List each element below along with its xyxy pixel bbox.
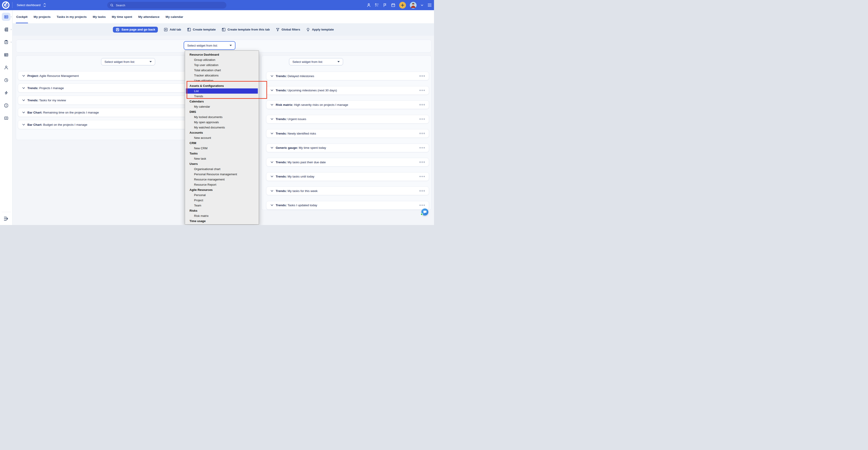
flag-icon[interactable]	[383, 3, 387, 7]
widget-menu-option[interactable]: Project	[185, 198, 259, 203]
widget-menu-option[interactable]: Organisational chart	[185, 166, 259, 172]
widget-menu-dots-icon[interactable]	[420, 90, 425, 91]
tab[interactable]: My time spent	[112, 10, 132, 23]
sidebar-item-widgets[interactable]	[0, 50, 12, 59]
chevron-down-icon[interactable]	[22, 124, 25, 126]
sidebar-expand-chevron[interactable]: ›	[11, 15, 11, 18]
sidebar-item-activity[interactable]	[0, 88, 12, 97]
widget-menu-option[interactable]: New task	[185, 156, 259, 161]
sidebar-expand-chevron[interactable]: ›	[11, 28, 11, 31]
tab[interactable]: My tasks	[93, 10, 105, 23]
sidebar-item-tasks[interactable]: ›	[0, 37, 12, 46]
calendar-icon[interactable]	[391, 3, 395, 7]
global-filters-button[interactable]: Global filters	[276, 28, 300, 32]
widget-card[interactable]: Trends: Projects I manage	[18, 84, 188, 93]
chat-launcher[interactable]	[421, 208, 428, 216]
chevron-down-icon[interactable]	[271, 161, 273, 163]
create-template-from-tab-button[interactable]: Create template from this tab	[222, 28, 270, 32]
widget-card[interactable]: Trends: Newly identified risks	[266, 129, 429, 138]
widget-menu-option[interactable]: New CRM	[185, 146, 259, 151]
widget-menu-dots-icon[interactable]	[420, 104, 425, 105]
widget-menu-option[interactable]: Users	[185, 161, 259, 166]
widget-menu-dots-icon[interactable]	[420, 176, 425, 177]
widget-menu-option[interactable]: Personal Resource management	[185, 172, 259, 177]
widget-card[interactable]: Trends: Delayed milestones	[266, 72, 429, 80]
widget-card[interactable]: Project: Agile Resource Management	[18, 71, 188, 80]
sidebar-item-users[interactable]	[0, 63, 12, 72]
widget-menu-option[interactable]: CRM	[185, 140, 259, 146]
widget-card[interactable]: Trends: My tasks for this week	[266, 187, 429, 195]
widget-card[interactable]: Generic gauge: My time spent today	[266, 143, 429, 152]
widget-menu-dots-icon[interactable]	[420, 205, 425, 206]
widget-menu-option[interactable]: List	[186, 89, 258, 94]
widget-menu-option[interactable]: Risks	[185, 208, 259, 213]
widget-menu-option[interactable]: My open approvals	[185, 120, 259, 125]
widget-menu-option[interactable]: Top user utilization	[185, 62, 259, 68]
widget-menu-option[interactable]: Team	[185, 203, 259, 208]
add-tab-button[interactable]: Add tab	[164, 28, 181, 32]
chevron-down-icon[interactable]	[271, 175, 273, 178]
sidebar-item-dashboard[interactable]: ›	[0, 12, 12, 21]
widget-card[interactable]: Trends: Urgent issues	[266, 115, 429, 124]
widget-menu-option[interactable]: My locked documents	[185, 115, 259, 120]
app-logo-icon[interactable]	[2, 1, 9, 9]
chevron-down-icon[interactable]	[421, 4, 424, 7]
tab[interactable]: My projects	[34, 10, 51, 23]
dashboard-selector[interactable]: Select dashboard	[17, 0, 46, 10]
widget-menu-dots-icon[interactable]	[420, 161, 425, 163]
widget-menu-option[interactable]: User utilization	[185, 78, 259, 83]
widget-menu-option[interactable]: Assets & Configurations	[185, 83, 259, 89]
widget-menu-dots-icon[interactable]	[420, 147, 425, 149]
search-input[interactable]	[115, 3, 223, 7]
widget-menu-option[interactable]: Time usage	[185, 219, 259, 224]
sidebar-item-projects[interactable]: ›	[0, 25, 12, 34]
chevron-down-icon[interactable]	[22, 111, 25, 114]
chevron-down-icon[interactable]	[271, 204, 273, 206]
save-page-button[interactable]: Save page and go back	[113, 27, 158, 33]
widget-menu-option[interactable]: Calendars	[185, 99, 259, 104]
sidebar-item-archive[interactable]	[0, 114, 12, 123]
widget-menu-option[interactable]: Agile Resources	[185, 187, 259, 192]
tab[interactable]: Cockpit	[16, 10, 28, 23]
chevron-down-icon[interactable]	[271, 132, 273, 135]
global-search[interactable]	[107, 2, 226, 9]
create-new-button[interactable]	[399, 2, 406, 9]
checklist-icon[interactable]	[375, 3, 379, 7]
avatar[interactable]	[410, 2, 416, 9]
create-template-button[interactable]: Create template	[187, 28, 216, 32]
widget-card[interactable]: Bar Chart: Remaining time on the project…	[18, 108, 188, 117]
widget-menu-dots-icon[interactable]	[420, 119, 425, 120]
chevron-down-icon[interactable]	[22, 87, 25, 89]
widget-menu-option[interactable]: DMS	[185, 109, 259, 115]
widget-menu-option[interactable]: Tracker allocations	[185, 73, 259, 78]
sidebar-item-time[interactable]	[0, 75, 12, 85]
widget-menu-option[interactable]: Personal	[185, 192, 259, 198]
widget-menu-option[interactable]: Tasks	[185, 151, 259, 156]
sidebar-item-risks[interactable]	[0, 101, 12, 110]
widget-menu-option[interactable]: Trends	[185, 94, 259, 99]
widget-menu-dots-icon[interactable]	[420, 75, 425, 77]
widget-menu-option[interactable]: Accounts	[185, 130, 259, 135]
widget-menu-option[interactable]: My calendar	[185, 104, 259, 109]
widget-card[interactable]: Trends: Tasks for my review	[18, 96, 188, 105]
widget-menu-option[interactable]: Resource management	[185, 177, 259, 182]
chevron-down-icon[interactable]	[271, 89, 273, 92]
apps-grid-icon[interactable]	[428, 3, 432, 7]
widget-select-right[interactable]: Select widget from list:	[289, 58, 343, 65]
widget-card[interactable]: Trends: Upcoming milestones (next 30 day…	[266, 86, 429, 95]
chevron-down-icon[interactable]	[271, 190, 273, 192]
widget-card[interactable]: Trends: Tasks I updated today	[266, 201, 429, 210]
chevron-down-icon[interactable]	[271, 118, 273, 120]
tab[interactable]: My calendar	[165, 10, 183, 23]
widget-menu-dots-icon[interactable]	[420, 133, 425, 134]
widget-menu-option[interactable]: Group utilization	[185, 57, 259, 62]
tab[interactable]: My attendance	[138, 10, 159, 23]
widget-select-top[interactable]: Select widget from list:	[184, 41, 236, 50]
apply-template-button[interactable]: Apply template	[306, 28, 334, 32]
widget-select-left[interactable]: Select widget from list:	[101, 58, 155, 65]
widget-menu-option[interactable]: Risk matrix	[185, 213, 259, 219]
user-icon[interactable]	[367, 3, 371, 7]
widget-card[interactable]: Trends: My tasks past their due date	[266, 158, 429, 166]
widget-menu-dots-icon[interactable]	[420, 190, 425, 192]
widget-menu-option[interactable]: Resource Report	[185, 182, 259, 187]
